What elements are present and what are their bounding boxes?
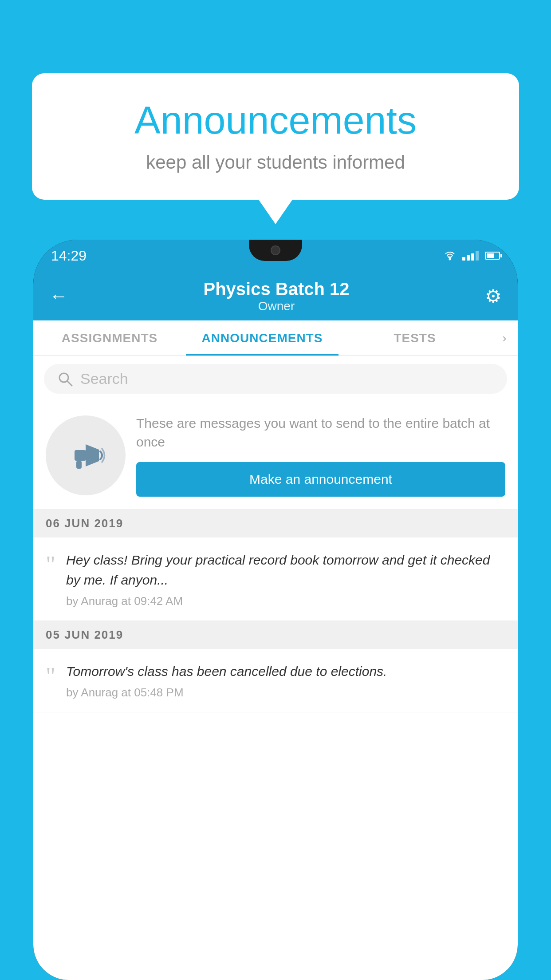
announcements-title: Announcements	[59, 98, 492, 143]
signal-icon	[462, 251, 479, 261]
tabs-bar: ASSIGNMENTS ANNOUNCEMENTS TESTS ›	[33, 320, 518, 356]
batch-name: Physics Batch 12	[203, 279, 349, 299]
announcement-text-1: Hey class! Bring your practical record b…	[66, 550, 505, 590]
date-header-june5: 05 JUN 2019	[33, 621, 518, 649]
search-input-wrap[interactable]: Search	[44, 364, 507, 394]
promo-icon-circle	[46, 415, 126, 495]
speech-bubble-tail	[259, 200, 292, 224]
announcement-content-2: Tomorrow's class has been cancelled due …	[66, 661, 505, 699]
tab-more[interactable]: ›	[491, 320, 518, 356]
promo-right: These are messages you want to send to t…	[136, 414, 505, 497]
announcement-meta-1: by Anurag at 09:42 AM	[66, 594, 505, 608]
app-header: ← Physics Batch 12 Owner ⚙	[33, 272, 518, 320]
announcement-item-2: " Tomorrow's class has been cancelled du…	[33, 649, 518, 712]
battery-fill	[487, 253, 494, 258]
settings-icon[interactable]: ⚙	[485, 285, 502, 307]
promo-description: These are messages you want to send to t…	[136, 414, 505, 451]
camera	[271, 245, 280, 255]
svg-marker-3	[86, 444, 99, 466]
search-bar: Search	[33, 356, 518, 402]
announcement-content-1: Hey class! Bring your practical record b…	[66, 550, 505, 608]
tab-announcements[interactable]: ANNOUNCEMENTS	[186, 320, 338, 356]
phone-frame: 14:29 ←	[33, 240, 518, 980]
header-title-group: Physics Batch 12 Owner	[203, 279, 349, 313]
date-header-june6: 06 JUN 2019	[33, 510, 518, 537]
speech-bubble-container: Announcements keep all your students inf…	[32, 73, 519, 224]
wifi-icon	[444, 251, 456, 261]
notch	[249, 240, 302, 261]
svg-point-0	[449, 258, 451, 261]
quote-icon: "	[46, 553, 55, 608]
megaphone-icon	[66, 435, 106, 475]
announcement-meta-2: by Anurag at 05:48 PM	[66, 686, 505, 699]
phone-content: Search These are messages you want to se…	[33, 356, 518, 980]
svg-line-2	[67, 381, 72, 386]
status-time: 14:29	[51, 248, 87, 264]
tab-assignments[interactable]: ASSIGNMENTS	[33, 320, 186, 356]
back-button[interactable]: ←	[49, 285, 68, 307]
status-bar: 14:29	[33, 240, 518, 272]
tab-tests[interactable]: TESTS	[338, 320, 491, 356]
announcement-item-1: " Hey class! Bring your practical record…	[33, 537, 518, 621]
announcements-subtitle: keep all your students informed	[59, 152, 492, 173]
search-icon	[57, 371, 73, 387]
svg-rect-5	[76, 461, 82, 469]
make-announcement-button[interactable]: Make an announcement	[136, 462, 505, 497]
battery-icon	[485, 252, 500, 260]
announcement-text-2: Tomorrow's class has been cancelled due …	[66, 661, 505, 681]
batch-role: Owner	[203, 299, 349, 313]
quote-icon-2: "	[46, 664, 55, 699]
promo-section: These are messages you want to send to t…	[33, 402, 518, 510]
search-placeholder: Search	[80, 370, 128, 387]
svg-rect-4	[75, 450, 86, 461]
status-icons	[444, 251, 500, 261]
speech-bubble: Announcements keep all your students inf…	[32, 73, 519, 200]
